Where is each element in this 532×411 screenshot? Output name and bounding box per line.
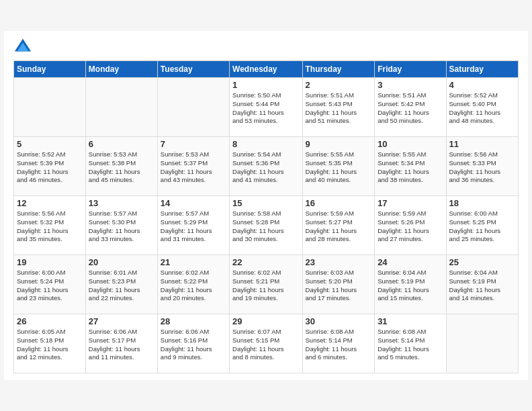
day-number: 7 (161, 139, 226, 149)
day-number: 28 (161, 316, 226, 326)
day-info: Sunrise: 5:52 AM Sunset: 5:39 PM Dayligh… (17, 150, 83, 185)
day-cell: 1Sunrise: 5:50 AM Sunset: 5:44 PM Daylig… (230, 78, 302, 137)
day-cell: 9Sunrise: 5:55 AM Sunset: 5:35 PM Daylig… (302, 137, 375, 196)
day-cell: 23Sunrise: 6:03 AM Sunset: 5:20 PM Dayli… (302, 255, 375, 314)
day-number: 10 (378, 139, 443, 149)
day-info: Sunrise: 5:57 AM Sunset: 5:30 PM Dayligh… (89, 210, 154, 244)
day-cell (446, 314, 518, 373)
calendar-container: SundayMondayTuesdayWednesdayThursdayFrid… (4, 31, 528, 380)
day-info: Sunrise: 5:53 AM Sunset: 5:38 PM Dayligh… (89, 150, 154, 185)
day-number: 8 (232, 139, 299, 149)
calendar-grid: SundayMondayTuesdayWednesdayThursdayFrid… (13, 60, 519, 373)
week-row-3: 12Sunrise: 5:56 AM Sunset: 5:32 PM Dayli… (14, 196, 519, 255)
day-number: 19 (17, 257, 83, 267)
day-info: Sunrise: 6:07 AM Sunset: 5:15 PM Dayligh… (232, 328, 299, 362)
day-cell (157, 78, 229, 137)
weekday-saturday: Saturday (446, 61, 518, 78)
day-number: 30 (306, 316, 372, 326)
week-row-4: 19Sunrise: 6:00 AM Sunset: 5:24 PM Dayli… (14, 255, 519, 314)
day-cell: 28Sunrise: 6:06 AM Sunset: 5:16 PM Dayli… (157, 314, 229, 373)
day-cell: 22Sunrise: 6:02 AM Sunset: 5:21 PM Dayli… (230, 255, 302, 314)
day-number: 20 (89, 257, 154, 267)
logo-icon (13, 38, 32, 56)
day-cell: 27Sunrise: 6:06 AM Sunset: 5:17 PM Dayli… (85, 314, 157, 373)
week-row-5: 26Sunrise: 6:05 AM Sunset: 5:18 PM Dayli… (14, 314, 519, 373)
day-number: 23 (306, 257, 372, 267)
day-cell: 4Sunrise: 5:52 AM Sunset: 5:40 PM Daylig… (446, 78, 518, 137)
day-cell: 19Sunrise: 6:00 AM Sunset: 5:24 PM Dayli… (14, 255, 86, 314)
day-number: 17 (378, 198, 443, 208)
day-number: 29 (232, 316, 299, 326)
day-info: Sunrise: 6:00 AM Sunset: 5:25 PM Dayligh… (449, 210, 515, 244)
day-cell: 11Sunrise: 5:56 AM Sunset: 5:33 PM Dayli… (446, 137, 518, 196)
day-number: 11 (449, 139, 515, 149)
day-cell: 29Sunrise: 6:07 AM Sunset: 5:15 PM Dayli… (230, 314, 302, 373)
day-cell: 10Sunrise: 5:55 AM Sunset: 5:34 PM Dayli… (375, 137, 446, 196)
day-info: Sunrise: 5:56 AM Sunset: 5:33 PM Dayligh… (449, 150, 515, 185)
day-info: Sunrise: 5:56 AM Sunset: 5:32 PM Dayligh… (17, 210, 83, 244)
day-number: 31 (378, 316, 443, 326)
day-cell: 26Sunrise: 6:05 AM Sunset: 5:18 PM Dayli… (14, 314, 86, 373)
day-info: Sunrise: 6:08 AM Sunset: 5:14 PM Dayligh… (306, 328, 372, 362)
day-info: Sunrise: 6:05 AM Sunset: 5:18 PM Dayligh… (17, 328, 83, 362)
day-number: 27 (89, 316, 154, 326)
weekday-header-row: SundayMondayTuesdayWednesdayThursdayFrid… (14, 61, 519, 78)
day-number: 14 (161, 198, 226, 208)
day-number: 6 (89, 139, 154, 149)
day-info: Sunrise: 5:54 AM Sunset: 5:36 PM Dayligh… (232, 150, 299, 185)
day-number: 4 (449, 80, 515, 90)
weekday-friday: Friday (375, 61, 446, 78)
day-cell (14, 78, 86, 137)
day-info: Sunrise: 5:51 AM Sunset: 5:43 PM Dayligh… (306, 91, 372, 126)
day-number: 1 (232, 80, 299, 90)
day-cell: 21Sunrise: 6:02 AM Sunset: 5:22 PM Dayli… (157, 255, 229, 314)
day-info: Sunrise: 6:01 AM Sunset: 5:23 PM Dayligh… (89, 269, 154, 303)
weekday-sunday: Sunday (14, 61, 86, 78)
day-info: Sunrise: 6:03 AM Sunset: 5:20 PM Dayligh… (306, 269, 372, 303)
day-number: 3 (378, 80, 443, 90)
day-info: Sunrise: 5:53 AM Sunset: 5:37 PM Dayligh… (161, 150, 226, 185)
day-cell: 5Sunrise: 5:52 AM Sunset: 5:39 PM Daylig… (14, 137, 86, 196)
day-info: Sunrise: 5:51 AM Sunset: 5:42 PM Dayligh… (378, 91, 443, 126)
day-info: Sunrise: 5:55 AM Sunset: 5:34 PM Dayligh… (378, 150, 443, 185)
day-number: 26 (17, 316, 83, 326)
day-number: 16 (306, 198, 372, 208)
day-number: 24 (378, 257, 443, 267)
day-info: Sunrise: 6:02 AM Sunset: 5:22 PM Dayligh… (161, 269, 226, 303)
day-info: Sunrise: 6:00 AM Sunset: 5:24 PM Dayligh… (17, 269, 83, 303)
day-cell: 6Sunrise: 5:53 AM Sunset: 5:38 PM Daylig… (85, 137, 157, 196)
day-cell: 25Sunrise: 6:04 AM Sunset: 5:19 PM Dayli… (446, 255, 518, 314)
day-info: Sunrise: 6:04 AM Sunset: 5:19 PM Dayligh… (378, 269, 443, 303)
header (13, 38, 519, 56)
week-row-2: 5Sunrise: 5:52 AM Sunset: 5:39 PM Daylig… (14, 137, 519, 196)
weekday-tuesday: Tuesday (157, 61, 229, 78)
day-info: Sunrise: 6:08 AM Sunset: 5:14 PM Dayligh… (378, 328, 443, 362)
day-number: 2 (306, 80, 372, 90)
day-number: 22 (232, 257, 299, 267)
day-info: Sunrise: 5:59 AM Sunset: 5:27 PM Dayligh… (306, 210, 372, 244)
day-cell: 30Sunrise: 6:08 AM Sunset: 5:14 PM Dayli… (302, 314, 375, 373)
day-number: 25 (449, 257, 515, 267)
day-info: Sunrise: 6:06 AM Sunset: 5:17 PM Dayligh… (89, 328, 154, 362)
weekday-wednesday: Wednesday (230, 61, 302, 78)
day-number: 21 (161, 257, 226, 267)
day-cell (85, 78, 157, 137)
day-cell: 16Sunrise: 5:59 AM Sunset: 5:27 PM Dayli… (302, 196, 375, 255)
day-number: 12 (17, 198, 83, 208)
day-cell: 7Sunrise: 5:53 AM Sunset: 5:37 PM Daylig… (157, 137, 229, 196)
day-cell: 8Sunrise: 5:54 AM Sunset: 5:36 PM Daylig… (230, 137, 302, 196)
week-row-1: 1Sunrise: 5:50 AM Sunset: 5:44 PM Daylig… (14, 78, 519, 137)
day-info: Sunrise: 6:06 AM Sunset: 5:16 PM Dayligh… (161, 328, 226, 362)
day-number: 15 (232, 198, 299, 208)
day-info: Sunrise: 5:52 AM Sunset: 5:40 PM Dayligh… (449, 91, 515, 126)
day-info: Sunrise: 6:04 AM Sunset: 5:19 PM Dayligh… (449, 269, 515, 303)
day-cell: 31Sunrise: 6:08 AM Sunset: 5:14 PM Dayli… (375, 314, 446, 373)
day-cell: 2Sunrise: 5:51 AM Sunset: 5:43 PM Daylig… (302, 78, 375, 137)
day-cell: 13Sunrise: 5:57 AM Sunset: 5:30 PM Dayli… (85, 196, 157, 255)
day-info: Sunrise: 5:57 AM Sunset: 5:29 PM Dayligh… (161, 210, 226, 244)
day-info: Sunrise: 5:58 AM Sunset: 5:28 PM Dayligh… (232, 210, 299, 244)
day-cell: 20Sunrise: 6:01 AM Sunset: 5:23 PM Dayli… (85, 255, 157, 314)
day-cell: 15Sunrise: 5:58 AM Sunset: 5:28 PM Dayli… (230, 196, 302, 255)
day-number: 13 (89, 198, 154, 208)
day-cell: 17Sunrise: 5:59 AM Sunset: 5:26 PM Dayli… (375, 196, 446, 255)
